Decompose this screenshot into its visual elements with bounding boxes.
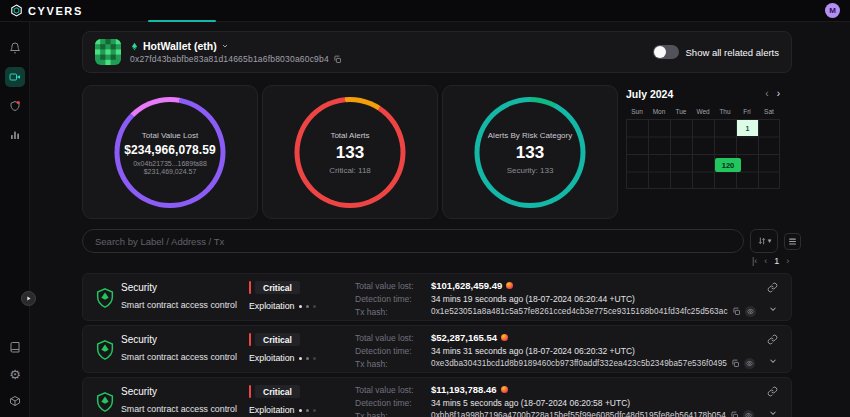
detection-time-label: Detection time: [355, 344, 414, 357]
alert-type: Smart contract access control [121, 300, 237, 310]
link-icon[interactable] [767, 386, 778, 397]
sidebar-item-notifications[interactable] [5, 38, 25, 58]
sidebar-collapse-button[interactable] [21, 291, 36, 306]
calendar-day-header: Thu [714, 108, 736, 115]
page-number[interactable]: 1 [774, 256, 779, 266]
attack-phase: Exploitation [249, 353, 294, 363]
related-alerts-control: Show all related alerts [653, 45, 779, 59]
attack-phase: Exploitation [249, 301, 294, 311]
cube-icon [9, 395, 21, 407]
calendar-day-header: Sat [758, 108, 780, 115]
view-tx-button[interactable] [745, 306, 756, 317]
stat-value: 133 [516, 143, 544, 163]
next-page-button[interactable]: › [786, 256, 789, 266]
calendar-panel: July 2024 ‹ › Sun Mon Tue Wed Thu Fri Sa… [626, 88, 780, 218]
calendar-prev-button[interactable]: ‹ [765, 89, 768, 99]
alert-field-labels: Total value lost: Detection time: Tx has… [355, 383, 414, 417]
stat-card-total-alerts: Total Alerts 133 Critical: 118 [262, 85, 438, 219]
bar-chart-icon [9, 129, 21, 141]
alert-category: Security [121, 282, 157, 293]
view-tx-button[interactable] [743, 410, 754, 417]
copy-icon[interactable] [333, 55, 342, 64]
eye-icon [747, 308, 754, 315]
bell-icon [9, 42, 21, 54]
active-tab-indicator [148, 20, 216, 22]
wallet-header-card: HotWallet (eth) 0x27fd43babfbe83a81d1466… [82, 31, 792, 73]
severity-bar [249, 333, 251, 346]
alert-field-values: $11,193,788.46 34 mins 5 seconds ago (18… [431, 383, 754, 417]
shield-alert-icon [9, 100, 21, 112]
ethereum-icon [130, 42, 139, 51]
alert-category: Security [121, 334, 157, 345]
user-avatar[interactable]: M [825, 3, 840, 18]
alert-row[interactable]: Security Smart contract access control C… [82, 377, 792, 417]
link-icon[interactable] [767, 334, 778, 345]
sidebar-item-monitoring[interactable] [5, 67, 25, 87]
wallet-avatar [95, 39, 121, 65]
copy-icon[interactable] [731, 359, 740, 368]
wallet-address-row: 0x27fd43babfbe83a81d14665b1a6fb8030a60c9… [130, 54, 342, 64]
sidebar-item-products[interactable] [5, 391, 25, 411]
wallet-name: HotWallet (eth) [143, 40, 217, 52]
stat-title: Total Alerts [330, 131, 369, 140]
severity-bar [249, 385, 251, 398]
tx-hash: 0xbb8f1a998b7196a4700b728a15bef55f99e608… [431, 411, 726, 417]
calendar-header: July 2024 ‹ › [626, 88, 780, 100]
wallet-selector[interactable]: HotWallet (eth) [130, 40, 342, 52]
tx-hash-label: Tx hash: [355, 305, 414, 318]
eye-icon [745, 412, 752, 417]
severity-badge: Critical [255, 385, 300, 398]
sidebar-item-settings[interactable]: ⚙ [5, 364, 25, 384]
total-value-lost-label: Total value lost: [355, 383, 414, 396]
view-options-button[interactable] [784, 233, 801, 250]
detection-time-label: Detection time: [355, 292, 414, 305]
sidebar-item-analytics[interactable] [5, 125, 25, 145]
calendar-day-cell[interactable]: 1 [737, 120, 758, 136]
alert-category: Security [121, 386, 157, 397]
alert-row[interactable]: Security Smart contract access control C… [82, 325, 792, 373]
sidebar-item-alerts[interactable] [5, 96, 25, 116]
stat-sub-amount: $231,469,024.57 [144, 168, 197, 175]
stat-title: Total Value Lost [142, 131, 198, 140]
book-icon [9, 341, 21, 353]
view-tx-button[interactable] [744, 358, 755, 369]
detection-time-label: Detection time: [355, 396, 414, 409]
calendar-day-header: Wed [692, 108, 714, 115]
expand-chevron-icon[interactable] [768, 304, 778, 314]
security-shield-icon [94, 391, 116, 413]
copy-icon[interactable] [730, 411, 739, 417]
sidebar-item-docs[interactable] [5, 337, 25, 357]
related-alerts-toggle[interactable] [653, 45, 679, 59]
calendar-next-button[interactable]: › [777, 89, 780, 99]
expand-chevron-icon[interactable] [768, 408, 778, 417]
total-value-lost: $11,193,788.46 [431, 384, 497, 395]
stat-card-total-value-lost: Total Value Lost $234,966,078.59 0x04b21… [82, 85, 258, 219]
severity-badge: Critical [255, 333, 300, 346]
phase-progress-dots [299, 305, 316, 308]
tx-hash-label: Tx hash: [355, 409, 414, 417]
calendar-day-header: Fri [736, 108, 758, 115]
copy-icon[interactable] [732, 307, 741, 316]
stat-sub-address: 0x04b21735...1689fa88 [133, 160, 207, 167]
search-input[interactable] [82, 229, 744, 253]
brand-logo[interactable]: CYVERS [10, 4, 83, 17]
sidebar-bottom-nav: ⚙ [0, 337, 30, 411]
loss-indicator-icon [501, 386, 508, 393]
alert-field-values: $101,628,459.49 34 mins 19 seconds ago (… [431, 279, 756, 318]
top-bar: CYVERS M [0, 0, 850, 22]
chevron-down-icon [221, 42, 229, 50]
first-page-button[interactable]: |‹ [752, 256, 757, 266]
calendar-day-header: Sun [626, 108, 648, 115]
stat-sub: Security: 133 [507, 166, 554, 175]
alert-row[interactable]: Security Smart contract access control C… [82, 273, 792, 321]
calendar-day-headers: Sun Mon Tue Wed Thu Fri Sat [626, 108, 780, 115]
total-value-lost-label: Total value lost: [355, 279, 414, 292]
wallet-info: HotWallet (eth) 0x27fd43babfbe83a81d1466… [130, 40, 342, 64]
total-value-lost-label: Total value lost: [355, 331, 414, 344]
prev-page-button[interactable]: ‹ [764, 256, 767, 266]
expand-chevron-icon[interactable] [768, 356, 778, 366]
sort-button[interactable]: ▾ [750, 229, 778, 253]
calendar-alert-count-badge[interactable]: 120 [715, 158, 741, 172]
link-icon[interactable] [767, 282, 778, 293]
phase-progress-dots [299, 357, 316, 360]
